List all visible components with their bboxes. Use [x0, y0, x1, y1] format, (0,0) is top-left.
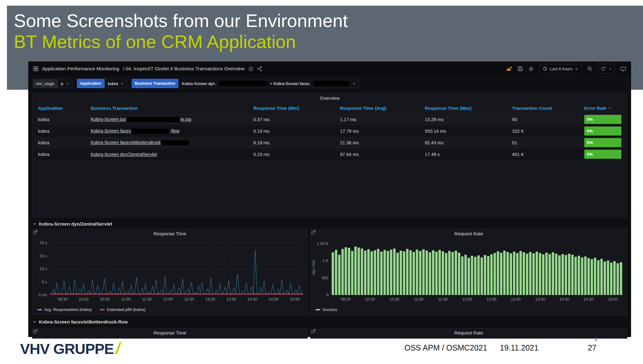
grafana-dashboard: Application Performance Monitoring / 04.…: [28, 62, 631, 337]
panel-title[interactable]: Request Rate: [311, 229, 627, 238]
business-transaction-link[interactable]: Kobra-Screen faces/etikettendruck: [91, 140, 190, 145]
svg-text:1.50 K: 1.50 K: [317, 242, 329, 246]
svg-text:12:30: 12:30: [487, 297, 496, 302]
navbar-actions: Last 6 hours: [506, 64, 626, 74]
response-time-avg-cell: 1.17 ms: [338, 117, 422, 122]
refresh-interval-chevron-icon[interactable]: [609, 67, 612, 70]
svg-text:13:00: 13:00: [205, 297, 215, 302]
svg-text:15:00: 15:00: [608, 297, 618, 302]
dashboard-content: Overview ApplicationBusiness Transaction…: [28, 91, 631, 339]
column-header[interactable]: Response Time (Avg): [338, 106, 422, 111]
time-range-picker[interactable]: Last 6 hours: [539, 64, 582, 73]
transaction-count-cell: 51: [510, 140, 582, 145]
request-rate-panel-partial: Request Rate: [310, 328, 627, 339]
legend-label: Estimated p90 (kobra): [107, 308, 145, 312]
tv-icon[interactable]: [620, 66, 626, 71]
svg-text:10 s: 10 s: [40, 267, 47, 271]
response-time-max-cell: 13.29 ms: [422, 117, 510, 122]
svg-text:11:00: 11:00: [414, 297, 423, 302]
logo-text: VHV GRUPPE: [20, 340, 114, 357]
column-header[interactable]: Error Rate: [582, 106, 624, 111]
svg-text:10:30: 10:30: [100, 297, 110, 302]
section-title: Kobra-Screen faces/etikettendruck-flow: [39, 319, 128, 324]
footer-partial-page-number: 7: [594, 336, 598, 343]
svg-text:10:00: 10:00: [365, 297, 375, 302]
slide-title: Some Screenshots from our Environment: [14, 11, 643, 31]
breadcrumb-app-title[interactable]: Application Performance Monitoring: [42, 66, 119, 72]
section-title: Kobra-Screen dyn/ZentralServlet: [39, 221, 112, 227]
footer-page-number: 27: [588, 343, 597, 352]
panel-corner-icon[interactable]: [33, 329, 37, 334]
redaction-box: [219, 81, 267, 86]
request-rate-chart[interactable]: req / min1.50 K1 K500009:3010:0010:3011:…: [311, 238, 627, 306]
variable-value: kobra: [108, 81, 118, 86]
share-icon[interactable]: [257, 66, 262, 71]
panel-title[interactable]: Response Time: [32, 328, 307, 337]
svg-text:10:30: 10:30: [389, 297, 399, 302]
svg-text:0 ms: 0 ms: [39, 293, 47, 297]
charts-row: Response Time 20 s15 s10 s5 s0 ms09:3010…: [32, 229, 627, 315]
response-time-min-cell: 0.19 ms: [251, 129, 338, 134]
svg-text:11:30: 11:30: [438, 297, 447, 302]
variable-business-transaction: Business Transaction Kobra-Screen dyn. +…: [132, 79, 359, 88]
panel-corner-icon[interactable]: [311, 230, 316, 235]
svg-text:14:30: 14:30: [268, 297, 278, 302]
svg-text:15 s: 15 s: [40, 254, 47, 258]
grid-icon[interactable]: [33, 66, 38, 71]
column-header[interactable]: Transaction Count: [510, 106, 582, 111]
panel-title[interactable]: Overview: [32, 94, 627, 102]
svg-text:14:30: 14:30: [584, 297, 593, 302]
panel-corner-icon[interactable]: [33, 230, 37, 235]
svg-text:0: 0: [326, 293, 328, 297]
star-icon[interactable]: [248, 66, 253, 71]
business-transaction-link[interactable]: Kobra-Screen jspte.jsp: [91, 117, 192, 122]
zoom-out-icon[interactable]: [587, 66, 592, 71]
section-row-etikettendruck[interactable]: Kobra-Screen faces/etikettendruck-flow: [32, 317, 627, 326]
add-panel-icon[interactable]: [506, 66, 512, 71]
column-header[interactable]: Response Time (Min): [251, 106, 338, 111]
logo-slash: /: [116, 339, 120, 357]
svg-text:13:00: 13:00: [511, 297, 521, 302]
variable-label: Application: [77, 79, 105, 88]
section-row-zentralservlet[interactable]: Kobra-Screen dyn/ZentralServlet: [32, 219, 627, 228]
table-body: kobraKobra-Screen jspte.jsp0.37 ms1.17 m…: [35, 114, 624, 160]
response-time-min-cell: 0.10 ms: [251, 152, 338, 157]
variable-value-dropdown[interactable]: kobra: [105, 79, 127, 88]
variable-value-part2: + Kobra-Screen faces.: [270, 81, 311, 86]
legend-item[interactable]: Estimated p90 (kobra): [100, 308, 145, 312]
panel-title[interactable]: Response Time: [32, 229, 307, 238]
response-time-chart[interactable]: 20 s15 s10 s5 s0 ms09:3010:0010:3011:001…: [32, 238, 307, 306]
response-time-max-cell: 17.49 s: [422, 152, 510, 157]
vhv-gruppe-logo: VHV GRUPPE/: [20, 339, 120, 358]
breadcrumb-dashboard-title[interactable]: / 04. inspectIT Ocelot # Business Transa…: [123, 66, 245, 72]
clock-icon: [543, 67, 547, 71]
error-rate-badge: 0%: [584, 126, 621, 136]
redaction-box: [161, 140, 189, 145]
business-transaction-link[interactable]: Kobra-Screen dyn/ZentralServlet: [91, 152, 157, 157]
response-time-panel: Response Time 20 s15 s10 s5 s0 ms09:3010…: [32, 229, 308, 315]
table-header-row: ApplicationBusiness TransactionResponse …: [35, 103, 624, 114]
column-header[interactable]: Business Transaction: [88, 106, 251, 111]
legend-item[interactable]: Avg. Responsetime (kobra): [37, 308, 92, 312]
business-transaction-link[interactable]: Kobra-Screen faces-flow: [91, 128, 180, 133]
save-icon[interactable]: [518, 66, 523, 71]
svg-text:12:00: 12:00: [163, 297, 173, 302]
panel-title[interactable]: Request Rate: [311, 328, 627, 337]
panel-corner-icon[interactable]: [311, 329, 316, 334]
svg-text:09:30: 09:30: [58, 297, 68, 302]
variable-value-dropdown[interactable]: Kobra-Screen dyn. + Kobra-Screen faces.: [178, 79, 359, 88]
variable-value-dropdown[interactable]: p: [57, 79, 72, 88]
response-time-max-cell: 82.43 ms: [422, 140, 510, 145]
legend-color-marker: [37, 309, 42, 310]
svg-text:20 s: 20 s: [40, 241, 47, 245]
gear-icon[interactable]: [528, 66, 534, 72]
svg-text:14:00: 14:00: [559, 297, 569, 302]
legend-item[interactable]: Success: [316, 308, 337, 312]
column-header[interactable]: Response Time (Max): [422, 106, 510, 111]
column-header[interactable]: Application: [35, 106, 88, 111]
chevron-down-icon: [575, 67, 578, 71]
refresh-icon[interactable]: [601, 67, 606, 71]
chart-legend: Success: [311, 306, 627, 314]
error-rate-badge: 0%: [584, 115, 621, 124]
business-transaction-cell: Kobra-Screen faces/etikettendruck: [88, 140, 251, 145]
